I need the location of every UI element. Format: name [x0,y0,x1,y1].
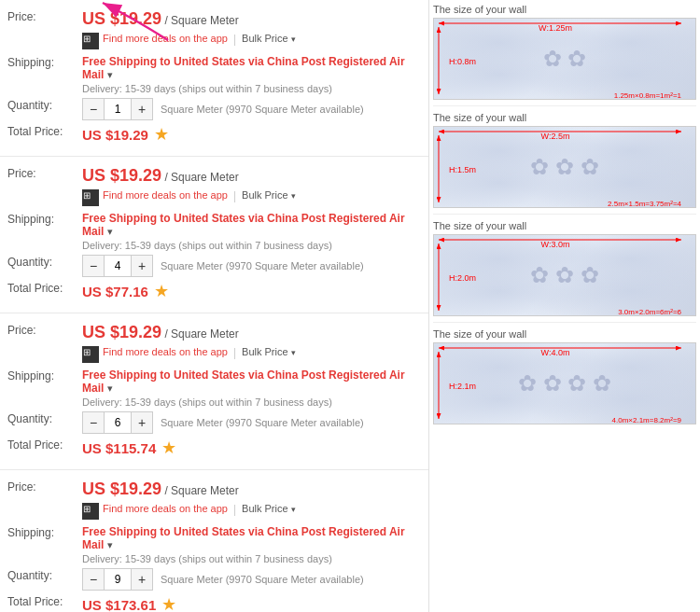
quantity-label-4: Quantity: [7,568,82,582]
shipping-row-4: Shipping: Free Shipping to United States… [7,525,421,564]
quantity-row-2: Quantity: − + Square Meter (9970 Square … [7,255,421,277]
shipping-label-4: Shipping: [7,525,82,539]
price-label-2: Price: [7,166,82,180]
total-label-3: Total Price: [7,438,82,452]
app-deals-row-3: Find more deals on the app | Bulk Price … [82,346,421,363]
star-icon-3[interactable]: ★ [161,438,176,458]
wall-img-wrapper-2: ✿ ✿ ✿ W:2.5m H:1.5m 2.5m×1.5m=3.75m²=4 [433,126,696,208]
quantity-label-3: Quantity: [7,411,82,425]
price-unit-1: / Square Meter [164,14,238,27]
app-deals-link-3[interactable]: Find more deals on the app [103,346,228,357]
qty-increase-4[interactable]: + [132,569,152,590]
qty-control-3: − + [82,411,153,434]
qr-icon-1 [82,33,99,49]
qty-decrease-1[interactable]: − [83,99,104,119]
qty-decrease-3[interactable]: − [83,412,104,433]
wall-image-3: ✿ ✿ ✿ [433,234,696,316]
star-icon-2[interactable]: ★ [154,281,169,301]
price-value-2: US $19.29 [82,166,161,185]
qty-input-2[interactable] [104,256,132,276]
price-unit-2: / Square Meter [164,171,238,184]
separator-4: | [233,503,236,516]
right-panel: The size of your wall ✿ ✿ W:1.25m [429,0,700,612]
price-row-3: Price: US $19.29 / Square Meter [7,323,421,342]
qty-input-4[interactable] [104,569,132,590]
shipping-value-4: Free Shipping to United States via China… [82,525,405,551]
wall-item-1: The size of your wall ✿ ✿ W:1.25m [433,4,696,106]
product-row-1: Price: US $19.29 / Square Meter Find mor… [0,0,428,157]
price-label-4: Price: [7,480,82,494]
price-value-4: US $19.29 [82,480,161,498]
product-row-3: Price: US $19.29 / Square Meter Find mor… [0,313,428,470]
qty-decrease-4[interactable]: − [83,569,104,590]
qty-available-1: Square Meter (9970 Square Meter availabl… [161,104,364,115]
qty-control-1: − + [82,98,153,120]
shipping-label-2: Shipping: [7,212,82,226]
price-unit-4: / Square Meter [164,484,238,497]
app-deals-row-1: Find more deals on the app | Bulk Price … [82,33,421,49]
quantity-row-3: Quantity: − + Square Meter (9970 Square … [7,411,421,434]
left-panel: Price: US $19.29 / Square Meter Find mor… [0,0,429,612]
quantity-label-2: Quantity: [7,255,82,269]
qty-control-2: − + [82,255,153,277]
price-value-1: US $19.29 [82,9,161,28]
qty-available-3: Square Meter (9970 Square Meter availabl… [161,417,364,428]
shipping-row-1: Shipping: Free Shipping to United States… [7,55,421,94]
total-row-1: Total Price: US $19.29 ★ [7,124,421,145]
product-row-2: Price: US $19.29 / Square Meter Find mor… [0,157,428,313]
wall-item-2: The size of your wall ✿ ✿ ✿ W:2.5m H:1.5… [433,112,696,215]
total-row-4: Total Price: US $173.61 ★ [7,594,421,612]
qty-input-3[interactable] [104,412,132,433]
bulk-price-3[interactable]: Bulk Price ▾ [242,346,296,357]
app-deals-link-4[interactable]: Find more deals on the app [103,503,228,514]
qr-icon-2 [82,189,99,206]
shipping-label-3: Shipping: [7,369,82,382]
main-container: Price: US $19.29 / Square Meter Find mor… [0,0,700,612]
qty-available-2: Square Meter (9970 Square Meter availabl… [161,260,364,271]
app-deals-link-2[interactable]: Find more deals on the app [103,189,228,201]
wall-img-wrapper-1: ✿ ✿ W:1.25m H:0.8m 1.25m×0.8m=1m²=1 [433,18,696,100]
total-row-2: Total Price: US $77.16 ★ [7,281,421,301]
wall-title-4: The size of your wall [433,328,696,340]
price-value-3: US $19.29 [82,323,161,341]
qty-increase-3[interactable]: + [132,412,152,433]
qty-input-1[interactable] [104,99,132,119]
price-unit-3: / Square Meter [164,327,238,341]
separator-2: | [233,189,236,202]
shipping-label-1: Shipping: [7,55,82,69]
price-row-1: Price: US $19.29 / Square Meter [7,9,421,29]
qr-icon-4 [82,503,99,520]
bulk-price-4[interactable]: Bulk Price ▾ [242,503,296,514]
qty-control-4: − + [82,568,153,591]
total-row-3: Total Price: US $115.74 ★ [7,438,421,458]
price-label-3: Price: [7,323,82,337]
total-price-4: US $173.61 [82,597,156,613]
flower-overlay-3: ✿ ✿ ✿ [434,235,695,315]
qty-decrease-2[interactable]: − [83,256,104,276]
delivery-text-3: Delivery: 15-39 days (ships out within 7… [82,396,421,408]
qty-increase-2[interactable]: + [132,256,152,276]
product-row-4: Price: US $19.29 / Square Meter Find mor… [0,470,428,612]
star-icon-1[interactable]: ★ [154,124,169,145]
total-price-2: US $77.16 [82,284,148,299]
star-icon-4[interactable]: ★ [161,594,176,612]
delivery-text-4: Delivery: 15-39 days (ships out within 7… [82,553,421,564]
flower-overlay-4: ✿ ✿ ✿ ✿ [434,343,695,424]
price-row-2: Price: US $19.29 / Square Meter [7,166,421,186]
total-price-1: US $19.29 [82,127,148,143]
wall-title-1: The size of your wall [433,4,696,15]
quantity-row-4: Quantity: − + Square Meter (9970 Square … [7,568,421,591]
wall-img-wrapper-3: ✿ ✿ ✿ W:3.0m H:2.0m 3.0m×2.0m=6m²=6 [433,234,696,316]
bulk-price-1[interactable]: Bulk Price ▾ [242,33,296,44]
app-deals-link-1[interactable]: Find more deals on the app [103,33,228,44]
wall-img-wrapper-4: ✿ ✿ ✿ ✿ W:4.0m H:2.1m 4.0m×2.1m=8.2m²=9 [433,342,696,424]
wall-title-3: The size of your wall [433,220,696,231]
qty-increase-1[interactable]: + [132,99,152,119]
wall-image-4: ✿ ✿ ✿ ✿ [433,342,696,424]
qty-available-4: Square Meter (9970 Square Meter availabl… [161,574,364,585]
shipping-row-3: Shipping: Free Shipping to United States… [7,369,421,408]
flower-overlay-2: ✿ ✿ ✿ [434,127,695,207]
delivery-text-2: Delivery: 15-39 days (ships out within 7… [82,240,421,251]
quantity-label-1: Quantity: [7,98,82,112]
bulk-price-2[interactable]: Bulk Price ▾ [242,189,296,201]
